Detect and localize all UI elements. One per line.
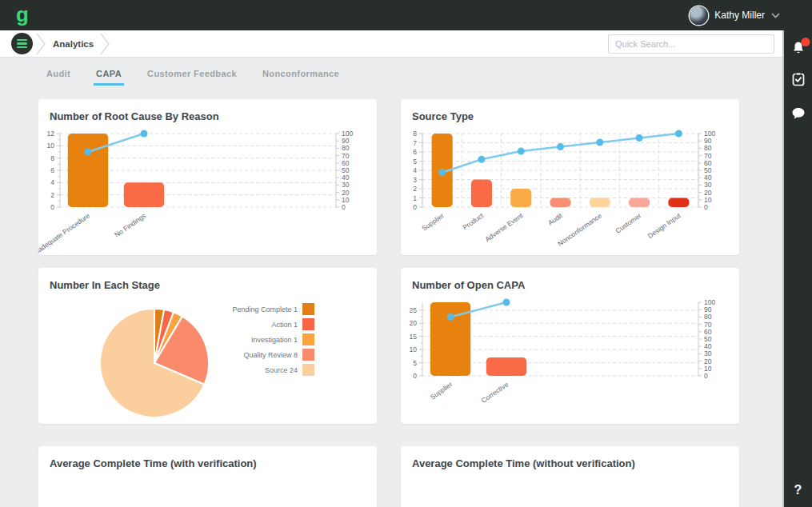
svg-text:2: 2: [50, 191, 54, 199]
svg-text:100: 100: [704, 298, 715, 306]
pie-chart: [38, 295, 377, 421]
chevron-down-icon: [771, 13, 780, 18]
breadcrumb-chevron-icon: [100, 33, 110, 55]
legend-swatch: [302, 303, 314, 315]
pareto-chart: 0246810120102030405060708090100Inadequat…: [38, 126, 377, 253]
user-name: Kathy Miller: [714, 10, 765, 21]
svg-text:0: 0: [413, 372, 417, 380]
svg-text:Inadequate Procedure: Inadequate Procedure: [38, 211, 91, 253]
svg-text:70: 70: [704, 152, 712, 160]
help-icon[interactable]: ?: [794, 483, 802, 497]
svg-text:Design Input: Design Input: [646, 211, 682, 240]
svg-text:70: 70: [342, 152, 350, 160]
legend-label: Action 1: [271, 321, 298, 329]
svg-text:Nonconformance: Nonconformance: [556, 211, 603, 247]
app-logo[interactable]: g: [16, 4, 28, 25]
tasks-clipboard-icon[interactable]: [792, 72, 805, 90]
svg-text:50: 50: [704, 166, 712, 174]
tab-nonconformance[interactable]: Nonconformance: [260, 69, 342, 86]
right-rail: ?: [782, 30, 812, 507]
svg-text:100: 100: [342, 130, 353, 138]
svg-text:60: 60: [704, 159, 712, 167]
legend-item: Quality Review 8: [232, 347, 314, 362]
svg-text:90: 90: [704, 305, 712, 313]
svg-text:0: 0: [413, 203, 417, 211]
svg-text:20: 20: [704, 357, 712, 365]
svg-text:0: 0: [50, 203, 54, 211]
svg-text:0: 0: [342, 203, 346, 211]
chart-title: Number of Root Cause By Reason: [38, 99, 377, 122]
legend-swatch: [302, 364, 314, 376]
svg-text:30: 30: [704, 181, 712, 189]
breadcrumb-item-analytics[interactable]: Analytics: [53, 39, 94, 49]
notifications-bell-icon[interactable]: [791, 41, 805, 58]
svg-text:12: 12: [47, 130, 55, 138]
svg-text:5: 5: [413, 158, 417, 166]
legend-label: Investigation 1: [251, 336, 298, 344]
svg-text:1: 1: [413, 194, 417, 202]
search-input[interactable]: [608, 34, 774, 54]
tab-customer-feedback[interactable]: Customer Feedback: [145, 69, 239, 86]
svg-text:Adverse Event: Adverse Event: [483, 211, 525, 243]
legend-item: Source 24: [232, 362, 314, 377]
svg-text:10: 10: [410, 345, 418, 353]
svg-text:40: 40: [704, 174, 712, 182]
svg-text:25: 25: [410, 306, 418, 314]
svg-text:4: 4: [50, 178, 54, 186]
pareto-chart: 05101520250102030405060708090100Supplier…: [401, 295, 739, 421]
notification-badge: [801, 38, 810, 46]
svg-text:50: 50: [704, 335, 712, 343]
chart-title: Average Complete Time (with verification…: [38, 446, 377, 469]
svg-text:8: 8: [413, 130, 417, 138]
svg-text:3: 3: [413, 176, 417, 184]
svg-text:20: 20: [410, 319, 418, 327]
svg-text:Customer: Customer: [614, 211, 642, 234]
tab-bar: Audit CAPA Customer Feedback Nonconforma…: [44, 69, 782, 86]
svg-text:2: 2: [413, 185, 417, 193]
menu-button[interactable]: [11, 33, 33, 54]
svg-text:0: 0: [704, 372, 708, 380]
legend-swatch: [302, 349, 314, 361]
chart-title: Source Type: [401, 99, 739, 122]
main-content: Analytics Audit CAPA Customer Feedback N…: [0, 30, 782, 507]
svg-text:30: 30: [704, 349, 712, 357]
svg-text:6: 6: [50, 166, 54, 174]
chart-card-avg-time-without-verification: Average Complete Time (without verificat…: [401, 446, 739, 507]
chat-bubble-icon[interactable]: [791, 107, 806, 123]
svg-text:Corrective: Corrective: [480, 380, 510, 405]
chart-card-source-type: Source Type 0123456780102030405060708090…: [401, 99, 739, 255]
svg-text:5: 5: [413, 359, 417, 367]
tab-audit[interactable]: Audit: [44, 69, 73, 86]
svg-text:60: 60: [342, 159, 350, 167]
chart-card-open-capa: Number of Open CAPA 05101520250102030405…: [401, 268, 739, 424]
legend-swatch: [302, 318, 314, 330]
legend-label: Quality Review 8: [243, 351, 298, 359]
pareto-chart: 0123456780102030405060708090100SupplierP…: [401, 126, 739, 253]
top-bar: g Kathy Miller: [0, 0, 812, 30]
pie-legend: Pending Complete 1Action 1Investigation …: [232, 301, 314, 377]
legend-label: Source 24: [265, 366, 298, 374]
svg-text:7: 7: [413, 139, 417, 147]
legend-label: Pending Complete 1: [232, 305, 298, 313]
svg-text:40: 40: [704, 342, 712, 350]
svg-text:Audit: Audit: [546, 211, 564, 227]
user-menu[interactable]: Kathy Miller: [690, 6, 780, 25]
svg-text:No Findings: No Findings: [113, 211, 147, 238]
svg-text:8: 8: [50, 154, 54, 162]
svg-text:4: 4: [413, 166, 417, 174]
svg-text:90: 90: [704, 137, 712, 145]
svg-text:40: 40: [342, 174, 350, 182]
svg-text:20: 20: [342, 189, 350, 197]
svg-text:10: 10: [704, 196, 712, 204]
chart-card-root-cause: Number of Root Cause By Reason 024681012…: [38, 99, 377, 255]
chart-title: Number In Each Stage: [38, 268, 377, 291]
svg-text:80: 80: [704, 313, 712, 321]
svg-text:70: 70: [704, 321, 712, 329]
svg-text:90: 90: [342, 137, 350, 145]
svg-text:50: 50: [342, 166, 350, 174]
svg-text:60: 60: [704, 328, 712, 336]
chart-card-stages: Number In Each Stage Pending Complete 1A…: [38, 268, 377, 424]
svg-text:15: 15: [410, 333, 418, 341]
tab-capa[interactable]: CAPA: [94, 69, 124, 86]
svg-text:Supplier: Supplier: [421, 211, 446, 232]
